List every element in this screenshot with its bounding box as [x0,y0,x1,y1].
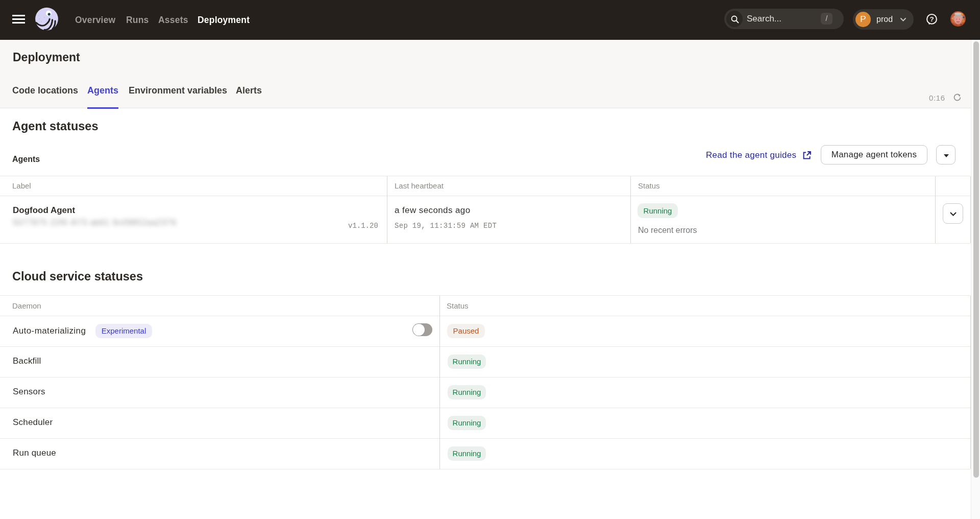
svg-text:?: ? [929,15,934,23]
